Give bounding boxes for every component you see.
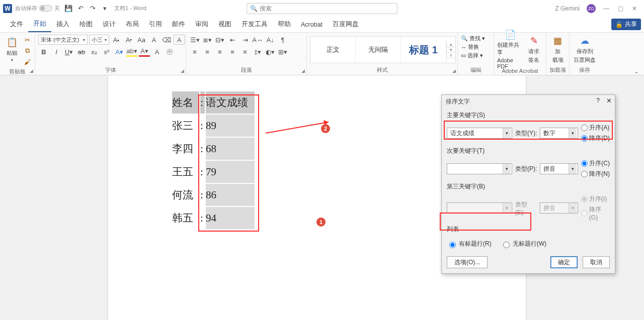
secondary-type-combo[interactable]: 拼音▾ [540, 163, 578, 174]
style-normal[interactable]: 正文 [310, 37, 356, 63]
sort-icon[interactable]: A↓ [265, 35, 276, 45]
dialog-help-button[interactable]: ? [596, 97, 600, 104]
qat-dropdown-icon[interactable]: ▾ [100, 5, 109, 13]
score-table[interactable]: 姓名 : 语文成绩 张三:89 李四:68 王五:79 何流:86 韩五:94 [171, 90, 256, 230]
tab-references[interactable]: 引用 [144, 17, 167, 32]
align-right-icon[interactable]: ≡ [214, 47, 225, 57]
secondary-desc-radio[interactable]: 降序(N) [581, 170, 610, 178]
border-char-icon[interactable]: A [174, 35, 185, 45]
save-icon[interactable]: 💾 [64, 5, 73, 13]
style-down-icon[interactable]: ▾ [446, 47, 455, 53]
font-size-combo[interactable]: 小三▾ [89, 35, 109, 45]
tab-baidunetdisk[interactable]: 百度网盘 [328, 17, 364, 32]
tab-insert[interactable]: 插入 [51, 17, 74, 32]
shading-icon[interactable]: ◐▾ [265, 47, 276, 57]
header-name-cell[interactable]: 姓名 [172, 91, 199, 114]
subscript-icon[interactable]: x₂ [89, 47, 100, 57]
style-up-icon[interactable]: ▴ [446, 42, 455, 47]
table-cell[interactable]: 何流 [172, 184, 199, 206]
dialog-titlebar[interactable]: 排序文字 ? ✕ [442, 95, 615, 108]
tab-draw[interactable]: 绘图 [74, 17, 98, 32]
ribbon-collapse-icon[interactable]: ⌄ [634, 68, 639, 75]
tab-acrobat[interactable]: Acrobat [296, 17, 328, 32]
strikethrough-icon[interactable]: ab [76, 47, 87, 57]
header-yes-radio[interactable]: 有标题行(R) [447, 240, 492, 248]
redo-icon[interactable]: ↷ [88, 5, 97, 13]
cancel-button[interactable]: 取消 [583, 256, 610, 268]
primary-desc-radio[interactable]: 降序(D) [581, 134, 610, 143]
replace-button[interactable]: ↔替换 [461, 43, 479, 51]
user-name[interactable]: Z Gemini [555, 5, 580, 12]
create-pdf-button[interactable]: 📄 创建并共享 Adobe PDF [497, 35, 523, 64]
table-cell[interactable]: 89 [206, 115, 255, 137]
tab-design[interactable]: 设计 [98, 17, 121, 32]
decrease-indent-icon[interactable]: ⇤ [227, 35, 238, 45]
font-name-combo[interactable]: 宋体 (中文正文)▾ [38, 35, 88, 45]
save-netdisk-button[interactable]: ☁ 保存到 百度网盘 [573, 35, 597, 64]
copy-icon[interactable]: ⧉ [23, 46, 32, 56]
table-cell[interactable]: 王五 [172, 161, 199, 183]
table-cell[interactable]: 94 [206, 207, 255, 229]
justify-icon[interactable]: ≡ [227, 47, 238, 57]
secondary-key-combo[interactable]: ▾ [447, 163, 512, 174]
style-more-icon[interactable]: ≡ [446, 53, 455, 58]
user-avatar[interactable]: ZG [587, 4, 596, 13]
text-effect-icon[interactable]: A▾ [114, 47, 125, 57]
tab-home[interactable]: 开始 [28, 17, 51, 32]
tab-view[interactable]: 视图 [213, 17, 236, 32]
multilevel-icon[interactable]: ⊟▾ [214, 35, 225, 45]
select-button[interactable]: ▭选择 ▾ [461, 52, 483, 59]
superscript-icon[interactable]: x² [101, 47, 112, 57]
table-cell[interactable]: 68 [206, 138, 255, 160]
change-case-icon[interactable]: Aa [136, 35, 147, 45]
font-launcher-icon[interactable]: ◢ [181, 68, 184, 73]
request-sign-button[interactable]: ✎ 请求 签名 [525, 35, 543, 64]
tab-developer[interactable]: 开发工具 [236, 17, 273, 32]
asian-layout-icon[interactable]: A↔ [252, 35, 263, 45]
underline-icon[interactable]: U▾ [63, 47, 74, 57]
bullets-icon[interactable]: ☰▾ [189, 35, 200, 45]
align-center-icon[interactable]: ≡ [202, 47, 213, 57]
shrink-font-icon[interactable]: A▾ [123, 35, 134, 45]
tab-mailings[interactable]: 邮件 [167, 17, 190, 32]
table-cell[interactable]: 79 [206, 161, 255, 183]
styles-launcher-icon[interactable]: ◢ [452, 68, 456, 73]
styles-gallery[interactable]: 正文 无间隔 标题 1 ▴ ▾ ≡ [310, 36, 456, 63]
grow-font-icon[interactable]: A▴ [111, 35, 122, 45]
secondary-asc-radio[interactable]: 升序(C) [581, 159, 610, 168]
font-color-icon[interactable]: A▾ [139, 47, 150, 57]
enclosed-char-icon[interactable]: ㊥ [164, 47, 175, 57]
toggle-switch-icon[interactable] [39, 5, 52, 12]
table-cell[interactable]: 李四 [172, 138, 199, 160]
show-marks-icon[interactable]: ¶ [277, 35, 288, 45]
phonetic-icon[interactable]: A [148, 35, 159, 45]
paragraph-launcher-icon[interactable]: ◢ [301, 68, 305, 73]
distribute-icon[interactable]: ≡ [239, 47, 251, 57]
borders-icon[interactable]: ⊞▾ [277, 47, 288, 57]
cut-icon[interactable]: ✂ [23, 35, 32, 45]
table-cell[interactable]: 张三 [172, 115, 199, 137]
clipboard-launcher-icon[interactable]: ◢ [30, 68, 33, 73]
undo-icon[interactable]: ↶ [76, 5, 85, 13]
table-cell[interactable]: 韩五 [172, 207, 199, 229]
tab-layout[interactable]: 布局 [121, 17, 144, 32]
numbering-icon[interactable]: ≣▾ [202, 35, 213, 45]
highlight-icon[interactable]: ab▾ [126, 47, 137, 57]
primary-type-combo[interactable]: 数字▾ [540, 128, 578, 139]
table-cell[interactable]: 86 [206, 184, 255, 206]
tab-help[interactable]: 帮助 [273, 17, 296, 32]
circle-char-icon[interactable]: A [151, 47, 163, 57]
primary-asc-radio[interactable]: 升序(A) [581, 124, 610, 132]
bold-icon[interactable]: B [38, 47, 49, 57]
share-button[interactable]: 🔓 共享 [611, 19, 641, 30]
tab-file[interactable]: 文件 [5, 17, 28, 32]
window-close-button[interactable]: ✕ [631, 5, 638, 12]
search-box[interactable]: 🔍 搜索 [247, 3, 397, 14]
header-score-cell[interactable]: 语文成绩 [206, 91, 255, 114]
find-button[interactable]: 🔍查找 ▾ [461, 35, 485, 42]
maximize-button[interactable]: ▢ [617, 5, 624, 12]
primary-key-combo[interactable]: 语文成绩▾ [447, 128, 512, 139]
options-button[interactable]: 选项(O)... [447, 256, 488, 268]
style-heading1[interactable]: 标题 1 [401, 37, 446, 63]
paste-button[interactable]: 📋 粘贴 ▾ [3, 35, 21, 64]
